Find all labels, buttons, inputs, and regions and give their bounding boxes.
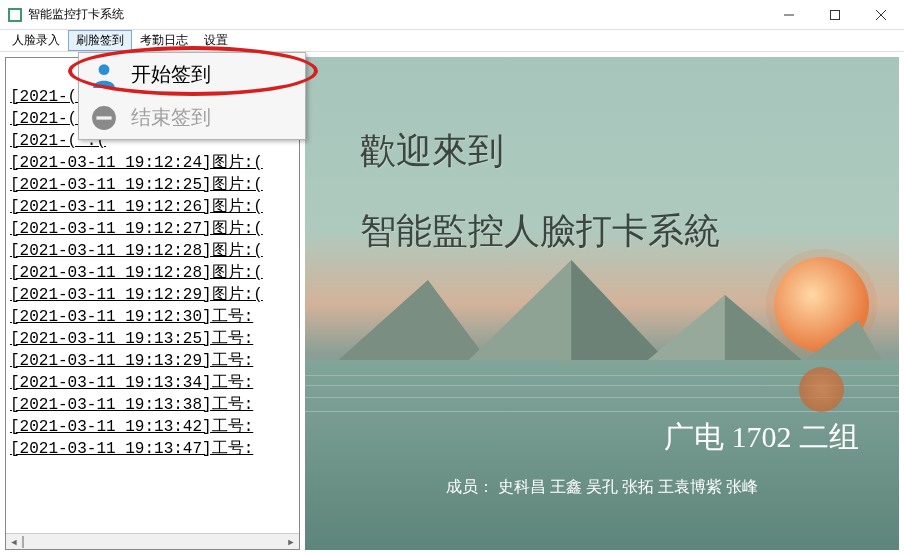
log-line: [2021-03-11 19:13:38]工号:	[10, 394, 299, 416]
start-signin-label: 开始签到	[131, 61, 211, 88]
log-line: [2021-03-11 19:12:28]图片:(	[10, 262, 299, 284]
log-line: [2021-03-11 19:13:25]工号:	[10, 328, 299, 350]
welcome-line2: 智能監控人臉打卡系統	[360, 207, 720, 256]
log-line: [2021-03-11 19:12:30]工号:	[10, 306, 299, 328]
log-line: [2021-03-11 19:12:24]图片:(	[10, 152, 299, 174]
horizontal-scrollbar[interactable]: ◄ ►	[6, 533, 299, 549]
log-line: [2021-03-11 19:13:42]工号:	[10, 416, 299, 438]
svg-point-10	[99, 64, 110, 75]
menu-face-enroll[interactable]: 人脸录入	[4, 30, 68, 51]
log-line: [2021-03-11 19:13:34]工号:	[10, 372, 299, 394]
log-line: [2021-03-11 19:12:25]图片:(	[10, 174, 299, 196]
scroll-left-icon[interactable]: ◄	[6, 537, 22, 547]
user-icon	[91, 62, 117, 88]
window-title: 智能监控打卡系统	[28, 6, 124, 23]
svg-rect-12	[96, 116, 111, 119]
svg-rect-1	[831, 11, 840, 20]
welcome-line1: 歡迎來到	[360, 127, 504, 176]
welcome-group: 广电 1702 二组	[664, 417, 859, 458]
welcome-members: 成员： 史科昌 王鑫 吴孔 张拓 王袁博紫 张峰	[305, 477, 899, 498]
log-line: [2021-03-11 19:13:47]工号:	[10, 438, 299, 460]
scroll-right-icon[interactable]: ►	[283, 537, 299, 547]
signin-dropdown: 开始签到 结束签到	[78, 52, 306, 140]
menu-item-end-signin: 结束签到	[79, 96, 305, 139]
log-line: [2021-03-11 19:13:29]工号:	[10, 350, 299, 372]
minimize-button[interactable]	[766, 0, 812, 30]
welcome-panel: 歡迎來到 智能監控人臉打卡系統 广电 1702 二组 成员： 史科昌 王鑫 吴孔…	[305, 57, 899, 550]
end-signin-label: 结束签到	[131, 104, 211, 131]
scroll-thumb[interactable]	[22, 536, 24, 548]
maximize-button[interactable]	[812, 0, 858, 30]
app-icon	[8, 8, 22, 22]
log-line: [2021-03-11 19:12:27]图片:(	[10, 218, 299, 240]
log-line: [2021-03-11 19:12:26]图片:(	[10, 196, 299, 218]
menu-item-start-signin[interactable]: 开始签到	[79, 53, 305, 96]
menu-face-signin[interactable]: 刷脸签到	[68, 30, 132, 51]
menu-settings[interactable]: 设置	[196, 30, 236, 51]
titlebar: 智能监控打卡系统	[0, 0, 904, 30]
log-line: [2021-03-11 19:12:28]图片:(	[10, 240, 299, 262]
stop-icon	[91, 105, 117, 131]
sun-reflection-graphic	[799, 367, 844, 412]
window-controls	[766, 0, 904, 30]
log-line: [2021-03-11 19:12:29]图片:(	[10, 284, 299, 306]
menu-attendance-log[interactable]: 考勤日志	[132, 30, 196, 51]
menubar: 人脸录入 刷脸签到 考勤日志 设置	[0, 30, 904, 52]
close-button[interactable]	[858, 0, 904, 30]
